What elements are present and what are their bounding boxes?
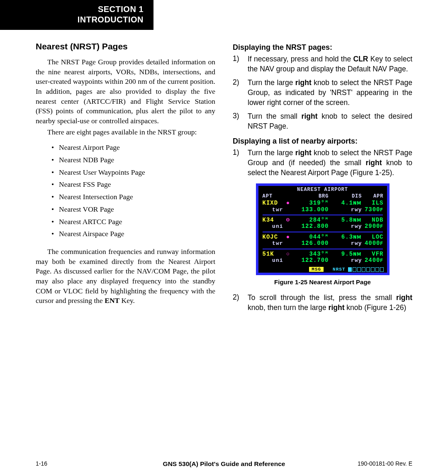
- rwy-label: rwy: [329, 207, 362, 213]
- page-number: 1-16: [36, 460, 47, 467]
- section-header: SECTION 1 INTRODUCTION: [0, 0, 153, 30]
- airport-id: KIXD: [263, 200, 285, 206]
- airport-symbol-icon: ⊖: [285, 217, 292, 223]
- freq-value: 133.000: [292, 207, 329, 213]
- step-item: 1) Turn the large right knob to select t…: [233, 148, 412, 178]
- airport-id: 51K: [263, 251, 285, 257]
- airport-symbol-icon: ●: [285, 200, 292, 206]
- knob-right: right: [329, 303, 345, 312]
- key-ent: ENT: [105, 296, 119, 305]
- text-run: To scroll through the list, press the sm…: [248, 293, 396, 302]
- knob-right: right: [295, 149, 312, 157]
- airport-symbol-icon: ○: [285, 251, 292, 257]
- airport-subrow: twr · 126.000 rwy 4000ꜰ: [263, 240, 383, 247]
- step-number: 2): [233, 293, 243, 312]
- step-number: 2): [233, 78, 243, 107]
- airport-id: K34: [263, 217, 285, 223]
- steps-display-airports: 1) Turn the large right knob to select t…: [233, 148, 412, 178]
- page-footer: 1-16 GNS 530(A) Pilot's Guide and Refere…: [0, 460, 448, 467]
- steps-display-nrst: 1) If necessary, press and hold the CLR …: [233, 54, 412, 131]
- device-column-headers: APT BRG DIS APR: [258, 193, 387, 200]
- text-run: Turn the large: [248, 78, 295, 87]
- knob-right: right: [366, 159, 382, 167]
- rwy-length: 7300ꜰ: [362, 207, 384, 213]
- doc-revision: 190-00181-00 Rev. E: [358, 460, 412, 467]
- doc-title: GNS 530(A) Pilot's Guide and Reference: [163, 460, 285, 468]
- header-line-1: SECTION 1: [10, 4, 144, 15]
- step-text: Turn the large right knob to select the …: [248, 148, 412, 178]
- col-apr: APR: [362, 193, 384, 199]
- rwy-label: rwy: [329, 224, 362, 229]
- rwy-label: rwy: [329, 258, 362, 264]
- row-divider: [263, 249, 383, 249]
- freq-value: 122.700: [292, 257, 329, 264]
- airport-apr: VFR: [362, 251, 384, 257]
- list-item: Nearest ARTCC Page: [59, 216, 215, 228]
- right-heading-b: Displaying a list of nearby airports:: [233, 137, 412, 146]
- row-divider: [263, 215, 383, 215]
- step-item: 3) Turn the small right knob to select t…: [233, 112, 412, 131]
- airport-dis: 6.3ɴᴍ: [329, 234, 362, 240]
- airport-subrow: uni · 122.700 rwy 2400ꜰ: [263, 257, 383, 264]
- step-text: To scroll through the list, press the sm…: [248, 293, 412, 312]
- steps-scroll-list: 2) To scroll through the list, press the…: [233, 293, 412, 312]
- device-rows: KIXD ● 319°ᴹ 4.1ɴᴍ ILS twr · 133.000 rwy…: [258, 200, 387, 264]
- step-item: 1) If necessary, press and hold the CLR …: [233, 54, 412, 74]
- knob-right: right: [295, 78, 312, 87]
- step-number: 1): [233, 148, 243, 178]
- text-run: knob, then turn the large: [248, 303, 329, 312]
- text-run: If necessary, press and hold the: [248, 55, 353, 63]
- step-number: 1): [233, 54, 243, 74]
- freq-value: 126.000: [292, 240, 329, 247]
- airport-row: KOJC ● 044°ᴹ 6.3ɴᴍ LOC: [263, 234, 383, 240]
- right-column: Displaying the NRST pages: 1) If necessa…: [233, 41, 412, 319]
- airport-apr: NDB: [362, 217, 384, 223]
- airport-row: KIXD ● 319°ᴹ 4.1ɴᴍ ILS: [263, 200, 383, 206]
- rwy-length: 2400ꜰ: [362, 257, 384, 264]
- airport-apr: ILS: [362, 200, 384, 206]
- text-run: knob (Figure 1-26): [344, 303, 406, 312]
- knob-right: right: [302, 112, 318, 120]
- key-clr: CLR: [353, 55, 368, 63]
- list-item: Nearest Airport Page: [59, 142, 215, 154]
- step-text: Turn the large right knob to select the …: [248, 78, 412, 107]
- list-item: Nearest Airspace Page: [59, 228, 215, 240]
- manual-page: SECTION 1 INTRODUCTION Nearest (NRST) Pa…: [0, 0, 448, 476]
- airport-dis: 5.8ɴᴍ: [329, 217, 362, 223]
- page-group-label: NRST: [333, 267, 345, 272]
- airport-brg: 044°ᴹ: [292, 234, 329, 240]
- gps-screen: NEAREST AIRPORT APT BRG DIS APR KIXD ● 3…: [256, 183, 390, 275]
- freq-type: twr: [263, 241, 285, 247]
- left-column: Nearest (NRST) Pages The NRST Page Group…: [36, 41, 215, 319]
- airport-brg: 343°ᴹ: [292, 251, 329, 257]
- text-run: Turn the large: [248, 149, 295, 157]
- nrst-page-list: Nearest Airport Page Nearest NDB Page Ne…: [36, 142, 215, 240]
- list-item: Nearest NDB Page: [59, 154, 215, 166]
- step-item: 2) Turn the large right knob to select t…: [233, 78, 412, 107]
- knob-right: right: [396, 293, 412, 302]
- list-item: Nearest FSS Page: [59, 178, 215, 191]
- airport-dis: 4.1ɴᴍ: [329, 200, 362, 206]
- airport-symbol-icon: ●: [285, 234, 292, 240]
- text-run: Key.: [119, 296, 135, 305]
- step-item: 2) To scroll through the list, press the…: [233, 293, 412, 312]
- rwy-label: rwy: [329, 241, 362, 247]
- airport-brg: 319°ᴹ: [292, 200, 329, 206]
- col-apt: APT: [263, 193, 292, 199]
- left-para-2: There are eight pages available in the N…: [36, 127, 215, 137]
- list-item: Nearest Intersection Page: [59, 191, 215, 203]
- airport-brg: 284°ᴹ: [292, 217, 329, 223]
- freq-value: 122.800: [292, 223, 329, 229]
- rwy-length: 4000ꜰ: [362, 240, 384, 247]
- airport-id: KOJC: [263, 234, 285, 240]
- airport-subrow: twr · 133.000 rwy 7300ꜰ: [263, 207, 383, 213]
- step-text: Turn the small right knob to select the …: [248, 112, 412, 131]
- airport-row: 51K ○ 343°ᴹ 9.5ɴᴍ VFR: [263, 251, 383, 257]
- device-footer: MSG NRST: [258, 264, 387, 273]
- left-para-3: The communication frequencies and runway…: [36, 247, 215, 306]
- col-dis: DIS: [329, 193, 362, 199]
- right-heading-a: Displaying the NRST pages:: [233, 43, 412, 52]
- device-title: NEAREST AIRPORT: [258, 186, 387, 193]
- freq-type: uni: [263, 258, 285, 264]
- list-item: Nearest VOR Page: [59, 203, 215, 216]
